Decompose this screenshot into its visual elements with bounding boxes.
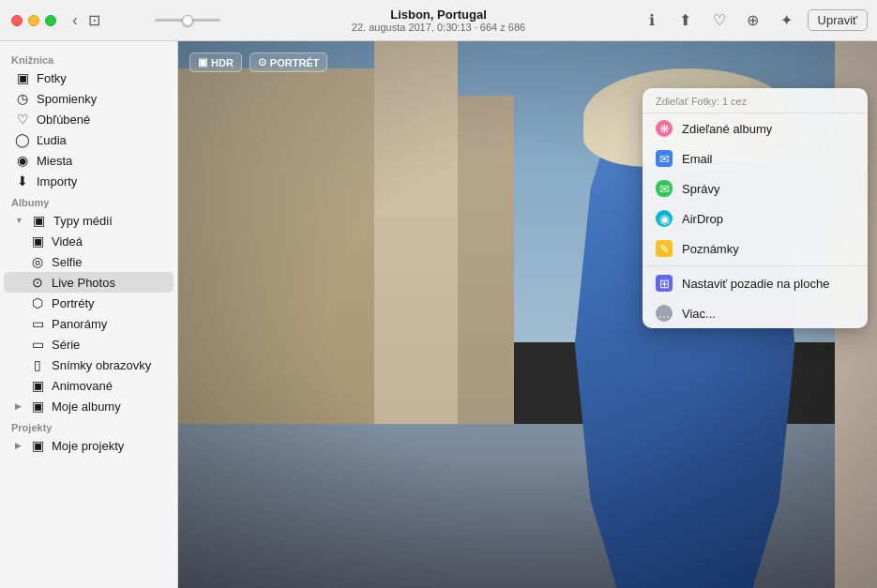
zoom-slider-area[interactable] bbox=[155, 19, 220, 22]
my-projects-icon: ▣ bbox=[30, 438, 45, 453]
favorites-icon: ♡ bbox=[15, 112, 30, 127]
dropdown-item-more[interactable]: … Viac... bbox=[643, 298, 868, 328]
window-controls bbox=[11, 15, 56, 26]
wallpaper-label: Nastaviť pozadie na ploche bbox=[682, 277, 829, 291]
sidebar-item-selfie[interactable]: ◎ Selfie bbox=[4, 251, 174, 272]
info-icon: ℹ bbox=[649, 11, 655, 29]
favorite-button[interactable]: ♡ bbox=[706, 8, 733, 34]
add-to-album-button[interactable]: ⊕ bbox=[740, 8, 766, 34]
photo-title: Lisbon, Portugal bbox=[352, 8, 525, 22]
albums-section-label: Albumy bbox=[0, 191, 177, 210]
sidebar-label-selfie: Selfie bbox=[52, 255, 83, 269]
people-icon: ◯ bbox=[15, 132, 30, 147]
sidebar-label-animovane: Animované bbox=[52, 379, 113, 393]
more-icon: … bbox=[656, 305, 673, 322]
dropdown-item-poznamky[interactable]: ✎ Poznámky bbox=[643, 234, 868, 264]
dropdown-divider bbox=[643, 265, 868, 266]
close-button[interactable] bbox=[11, 15, 23, 26]
video-icon: ▣ bbox=[30, 234, 45, 249]
title-info: Lisbon, Portugal 22. augusta 2017, 0:30:… bbox=[352, 8, 525, 33]
sidebar-item-serie[interactable]: ▭ Série bbox=[4, 334, 174, 354]
sidebar-item-live-photos[interactable]: ⊙ Live Photos bbox=[4, 272, 174, 293]
memories-icon: ◷ bbox=[15, 91, 30, 106]
sidebar-label-oblubene: Obľúbené bbox=[37, 113, 90, 127]
projects-section-label: Projekty bbox=[0, 416, 177, 435]
sidebar-item-importy[interactable]: ⬇ Importy bbox=[4, 171, 174, 191]
photo-subtitle: 22. augusta 2017, 0:30:13 · 664 z 686 bbox=[352, 22, 525, 33]
photo-badges: ▣ HDR ⊙ PORTRÉT bbox=[189, 53, 327, 72]
sidebar-item-portrety[interactable]: ⬡ Portréty bbox=[4, 293, 174, 313]
spravy-label: Správy bbox=[682, 182, 719, 196]
more-label: Viac... bbox=[682, 307, 716, 321]
poznamky-label: Poznámky bbox=[682, 242, 739, 256]
sidebar-label-moje-albumy: Moje albumy bbox=[52, 400, 121, 414]
dropdown-item-spravy[interactable]: ✉ Správy bbox=[643, 173, 868, 204]
places-icon: ◉ bbox=[15, 153, 30, 168]
wallpaper-icon: ⊞ bbox=[656, 275, 673, 292]
magic-wand-icon: ✦ bbox=[780, 11, 793, 29]
sidebar-item-snimky[interactable]: ▯ Snímky obrazovky bbox=[4, 354, 174, 375]
main-layout: Knižnica ▣ Fotky ◷ Spomienky ♡ Obľúbené … bbox=[0, 41, 877, 588]
sidebar-label-videaa: Videá bbox=[52, 234, 83, 249]
library-section-label: Knižnica bbox=[0, 49, 177, 68]
sidebar-item-moje-albumy[interactable]: ▶ ▣ Moje albumy bbox=[4, 396, 174, 416]
hdr-badge[interactable]: ▣ HDR bbox=[189, 53, 242, 72]
maximize-button[interactable] bbox=[45, 15, 56, 26]
titlebar: ‹ ⊡ Lisbon, Portugal 22. augusta 2017, 0… bbox=[0, 0, 877, 41]
bursts-icon: ▭ bbox=[30, 337, 45, 352]
sidebar-label-snimky: Snímky obrazovky bbox=[52, 358, 151, 372]
sidebar-label-fotky: Fotky bbox=[37, 71, 67, 85]
sidebar-label-portrety: Portréty bbox=[52, 296, 95, 310]
sidebar-item-fotky[interactable]: ▣ Fotky bbox=[4, 68, 174, 88]
sidebar-label-ludia: Ľudia bbox=[37, 133, 67, 147]
enhance-button[interactable]: ✦ bbox=[774, 8, 800, 34]
sidebar-label-typy-medii: Typy médií bbox=[53, 214, 113, 228]
zoom-thumb[interactable] bbox=[182, 15, 193, 26]
sidebar-item-spomienky[interactable]: ◷ Spomienky bbox=[4, 88, 174, 109]
imports-icon: ⬇ bbox=[15, 173, 30, 188]
sidebar-item-miesta[interactable]: ◉ Miesta bbox=[4, 150, 174, 171]
heart-icon: ♡ bbox=[713, 11, 726, 29]
edit-button[interactable]: Upraviť bbox=[808, 9, 868, 31]
sidebar-item-oblubene[interactable]: ♡ Obľúbené bbox=[4, 109, 174, 129]
chevron-right-icon: ▶ bbox=[15, 401, 22, 411]
live-photos-icon: ⊙ bbox=[30, 275, 45, 290]
shared-albums-icon: ❋ bbox=[656, 120, 673, 137]
dropdown-item-email[interactable]: ✉ Email bbox=[643, 143, 868, 173]
back-button[interactable]: ‹ bbox=[66, 11, 84, 30]
dropdown-item-shared-albums[interactable]: ❋ Zdieľané albumy bbox=[643, 113, 868, 143]
sidebar-item-moje-projekty[interactable]: ▶ ▣ Moje projekty bbox=[4, 435, 174, 456]
building-right-small bbox=[458, 96, 514, 424]
notes-icon: ✎ bbox=[656, 240, 673, 257]
hdr-label: HDR bbox=[211, 57, 234, 68]
sidebar-item-videaa[interactable]: ▣ Videá bbox=[4, 231, 174, 251]
dropdown-item-wallpaper[interactable]: ⊞ Nastaviť pozadie na ploche bbox=[643, 268, 868, 298]
portrait-badge[interactable]: ⊙ PORTRÉT bbox=[249, 53, 328, 72]
screenshots-icon: ▯ bbox=[30, 357, 45, 372]
sidebar-item-animovane[interactable]: ▣ Animované bbox=[4, 375, 174, 396]
album-icon: ⊕ bbox=[747, 11, 759, 29]
share-dropdown: Zdieľať Fotky: 1 cez ❋ Zdieľané albumy ✉… bbox=[643, 88, 868, 328]
nav-back-area: ‹ ⊡ bbox=[66, 11, 100, 30]
portraits-icon: ⬡ bbox=[30, 295, 45, 310]
chevron-down-icon: ▼ bbox=[15, 216, 23, 225]
photo-area: ▣ HDR ⊙ PORTRÉT Zdieľať Fotky: 1 cez ❋ Z… bbox=[178, 41, 877, 588]
share-button[interactable]: ⬆ bbox=[673, 8, 699, 34]
sidebar-label-panoramy: Panorámy bbox=[52, 317, 107, 331]
my-albums-icon: ▣ bbox=[30, 399, 45, 414]
info-button[interactable]: ℹ bbox=[639, 8, 665, 34]
sidebar-item-panoramy[interactable]: ▭ Panorámy bbox=[4, 313, 174, 334]
portrait-label: PORTRÉT bbox=[270, 57, 320, 68]
minimize-button[interactable] bbox=[28, 15, 39, 26]
sidebar-label-importy: Importy bbox=[37, 174, 77, 188]
sidebar-item-typy-medii[interactable]: ▼ ▣ Typy médií bbox=[4, 210, 174, 231]
portrait-icon: ⊙ bbox=[258, 56, 266, 68]
hdr-icon: ▣ bbox=[198, 56, 207, 68]
shared-albums-label: Zdieľané albumy bbox=[682, 122, 772, 136]
email-label: Email bbox=[682, 152, 713, 166]
dropdown-item-airdrop[interactable]: ◉ AirDrop bbox=[643, 204, 868, 234]
sidebar-item-ludia[interactable]: ◯ Ľudia bbox=[4, 129, 174, 150]
sidebar-label-moje-projekty: Moje projekty bbox=[52, 439, 124, 453]
sidebar-label-live-photos: Live Photos bbox=[52, 276, 115, 290]
building-center bbox=[374, 41, 458, 424]
